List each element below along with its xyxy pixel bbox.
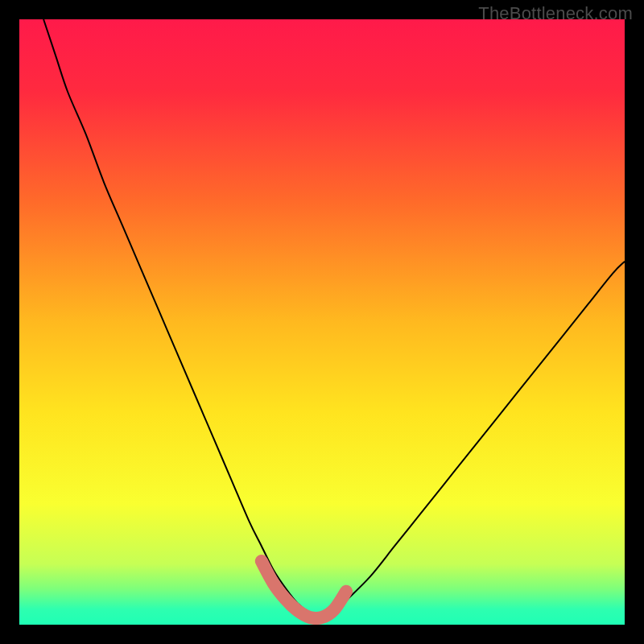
watermark-text: TheBottleneck.com — [478, 3, 633, 24]
plot-area — [19, 19, 625, 625]
chart-stage: TheBottleneck.com — [0, 0, 644, 644]
curve-layer — [19, 19, 625, 625]
series-bottleneck-curve — [43, 19, 625, 617]
